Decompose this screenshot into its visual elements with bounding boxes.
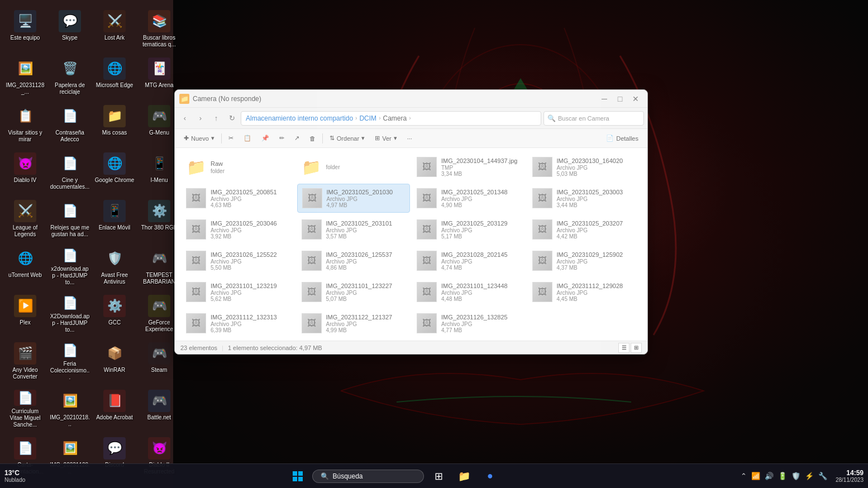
desktop-icon-adobe-acrobat[interactable]: 📕 Adobe Acrobat [92,385,137,433]
file-item-img-20231112-132313[interactable]: 🖼 IMG_20231112_132313 Archivo JPG 6,39 M… [182,309,295,338]
desktop-icon-papelera[interactable]: 🗑️ Papelera de reciclaje [47,53,92,101]
taskbar-widgets-button[interactable]: ⊞ [427,466,450,486]
paste-button[interactable]: 📌 [257,131,274,146]
taskbar-chrome-button[interactable]: ● [479,466,501,486]
file-item-img-20231025-201348[interactable]: 🖼 IMG_20231025_201348 Archivo JPG 4,90 M… [412,184,526,213]
desktop-icon-lost-ark[interactable]: ⚔️ Lost Ark [92,6,137,53]
ver-button[interactable]: ⊞ Ver ▾ [370,131,402,146]
file-item-unnamed-folder[interactable]: 📁 folder [297,152,411,181]
desktop-icon-x2download-app[interactable]: 📄 X2Download.app - HardJUMP to... [47,290,92,338]
desktop-icon-mis-cosas[interactable]: 📁 Mis cosas [92,101,137,148]
file-name-img-20231025-203046: IMG_20231025_203046 [211,219,290,227]
tray-battery[interactable]: 🔋 [776,471,789,481]
breadcrumb-item-dcim[interactable]: DCIM [359,114,376,122]
desktop-icon-buscar-libros[interactable]: 📚 Buscar libros tematicas q... [137,6,182,53]
taskbar-right: ⌃ 📶 🔊 🔋 🛡️ ⚡ 🔧 14:59 28/11/2023 [739,469,864,483]
file-item-img-20231025-203129[interactable]: 🖼 IMG_20231025_203129 Archivo JPG 5,17 M… [412,215,526,244]
grid-view-button[interactable]: ⊞ [631,343,642,353]
desktop-icon-img-20210218[interactable]: 🖼️ IMG_20210218... [47,385,92,433]
tray-security[interactable]: 🛡️ [790,471,802,481]
taskbar-explorer-button[interactable]: 📁 [453,466,475,486]
desktop-icon-img-20231128[interactable]: 🖼️ IMG_20231128_... [3,53,47,101]
icon-label-diablo-iv: Diablo IV [14,177,37,184]
delete-button[interactable]: 🗑 [305,131,320,146]
tray-volume[interactable]: 🔊 [763,471,775,481]
desktop-icon-cine-y-doc[interactable]: 📄 Cine y documentales... [47,148,92,195]
copy-button[interactable]: 📋 [239,131,256,146]
file-item-img-20231025-203003[interactable]: 🖼 IMG_20231025_203003 Archivo JPG 3,44 M… [528,184,641,213]
rename-button[interactable]: ✏ [275,131,289,146]
file-item-img-20231026-125522[interactable]: 🖼 IMG_20231026_125522 Archivo JPG 5,50 M… [182,246,295,275]
file-icon-img-20230104: 🖼 [417,157,437,177]
refresh-button[interactable]: ↻ [225,112,239,125]
file-size-img-20231101-123219: 5,62 MB [211,296,290,302]
file-item-img-20230104[interactable]: 🖼 IMG_20230104_144937.jpg TMP 3,34 MB [412,152,526,181]
maximize-button[interactable]: □ [613,93,627,105]
breadcrumb-item-camera[interactable]: Camera [383,114,407,122]
taskbar-search[interactable]: 🔍 Búsqueda [312,470,424,483]
close-button[interactable]: ✕ [628,93,643,105]
breadcrumb-item-storage[interactable]: Almacenamiento interno compartido [246,114,353,122]
up-button[interactable]: ↑ [209,112,223,125]
desktop-icon-plex[interactable]: ▶️ Plex [3,290,47,338]
nuevo-button[interactable]: ✚ Nuevo ▾ [179,131,219,146]
file-item-raw-folder[interactable]: 📁 Raw folder [182,152,295,181]
file-item-img-20231112-129028[interactable]: 🖼 IMG_20231112_129028 Archivo JPG 4,45 M… [528,278,641,307]
desktop-icon-battlenet[interactable]: 🎮 Battle.net [137,385,182,433]
file-item-img-20231025-200851[interactable]: 🖼 IMG_20231025_200851 Archivo JPG 4,63 M… [182,184,295,213]
file-item-img-20231101-123219[interactable]: 🖼 IMG_20231101_123219 Archivo JPG 5,62 M… [182,278,295,307]
tray-network[interactable]: 📶 [750,471,762,481]
icon-label-x2download: x2download.app - HardJUMP to... [50,266,90,286]
desktop-icon-relojes[interactable]: 📄 Relojes que me gustan ha ad... [47,195,92,243]
desktop-icon-x2download[interactable]: 📄 x2download.app - HardJUMP to... [47,243,92,290]
tray-extra-1[interactable]: ⚡ [803,471,815,481]
desktop-icon-microsoft-edge[interactable]: 🌐 Microsoft Edge [92,53,137,101]
cut-button[interactable]: ✂ [224,131,238,146]
desktop-icon-gcc[interactable]: ⚙️ GCC [92,290,137,338]
file-item-img-20231122-121327[interactable]: 🖼 IMG_20231122_121327 Archivo JPG 4,99 M… [297,309,411,338]
file-info-img-20231025-203129: IMG_20231025_203129 Archivo JPG 5,17 MB [441,219,521,240]
file-type-img-20231025-203003: Archivo JPG [557,196,637,202]
desktop-icon-diablo-iv[interactable]: 👿 Diablo IV [3,148,47,195]
share-button[interactable]: ↗ [290,131,304,146]
desktop-icon-avast[interactable]: 🛡️ Avast Free Antivirus [92,243,137,290]
file-item-img-20231026-125537[interactable]: 🖼 IMG_20231026_125537 Archivo JPG 4,86 M… [297,246,411,275]
more-button[interactable]: ··· [403,131,417,146]
minimize-button[interactable]: ─ [597,93,612,105]
file-item-img-20231126-132825[interactable]: 🖼 IMG_20231126_132825 Archivo JPG 4,77 M… [412,309,526,338]
icon-label-plex: Plex [20,319,30,326]
file-item-img-20231025-203207[interactable]: 🖼 IMG_20231025_203207 Archivo JPG 4,42 M… [528,215,641,244]
desktop-icon-skype[interactable]: 💬 Skype [47,6,92,53]
list-view-button[interactable]: ☰ [618,343,629,353]
desktop-icon-league-legends[interactable]: ⚔️ League of Legends [3,195,47,243]
desktop-icon-enlace-movil[interactable]: 📱 Enlace Móvil [92,195,137,243]
desktop-icon-curriculum[interactable]: 📄 Curriculum Vitae Miguel Sanche... [3,385,47,433]
file-item-img-20230130[interactable]: 🖼 IMG_20230130_164020 Archivo JPG 5,03 M… [528,152,641,181]
desktop-icon-any-video[interactable]: 🎬 Any Video Converter [3,338,47,385]
tray-extra-2[interactable]: 🔧 [817,471,829,481]
file-size-img-20231026-125537: 4,86 MB [326,265,406,271]
ordenar-button[interactable]: ⇅ Ordenar ▾ [325,131,369,146]
start-button[interactable] [287,466,309,486]
desktop-icon-visitar-sitios[interactable]: 📋 Visitar sitios y mirar [3,101,47,148]
file-item-img-20231028-202145[interactable]: 🖼 IMG_20231028_202145 Archivo JPG 4,74 M… [412,246,526,275]
file-item-img-20231025-201030[interactable]: 🖼 IMG_20231025_201030 Archivo JPG 4,97 M… [297,184,411,213]
desktop-icon-google-chrome[interactable]: 🌐 Google Chrome [92,148,137,195]
desktop-icon-winrar[interactable]: 📦 WinRAR [92,338,137,385]
file-item-img-20231101-123227[interactable]: 🖼 IMG_20231101_123227 Archivo JPG 5,07 M… [297,278,411,307]
file-item-img-20231025-203101[interactable]: 🖼 IMG_20231025_203101 Archivo JPG 3,57 M… [297,215,411,244]
desktop-icon-feria[interactable]: 📄 Feria Coleccionismo... [47,338,92,385]
icon-image-adobe-acrobat: 📕 [103,390,126,412]
file-item-img-20231029-125902[interactable]: 🖼 IMG_20231029_125902 Archivo JPG 4,37 M… [528,246,641,275]
desktop-icon-contrasena[interactable]: 📄 Contraseña Adecco [47,101,92,148]
file-item-img-20231101-123448[interactable]: 🖼 IMG_20231101_123448 Archivo JPG 4,48 M… [412,278,526,307]
file-item-img-20231025-203046[interactable]: 🖼 IMG_20231025_203046 Archivo JPG 3,92 M… [182,215,295,244]
taskbar-clock[interactable]: 14:59 28/11/2023 [836,469,864,483]
back-button[interactable]: ‹ [178,112,192,125]
search-input[interactable] [558,115,640,122]
forward-button[interactable]: › [194,112,207,125]
detalles-button[interactable]: 📄 Detalles [602,131,643,146]
tray-chevron[interactable]: ⌃ [739,471,748,481]
desktop-icon-utorrent-web[interactable]: 🌐 uTorrent Web [3,243,47,290]
desktop-icon-este-equipo[interactable]: 🖥️ Este equipo [3,6,47,53]
